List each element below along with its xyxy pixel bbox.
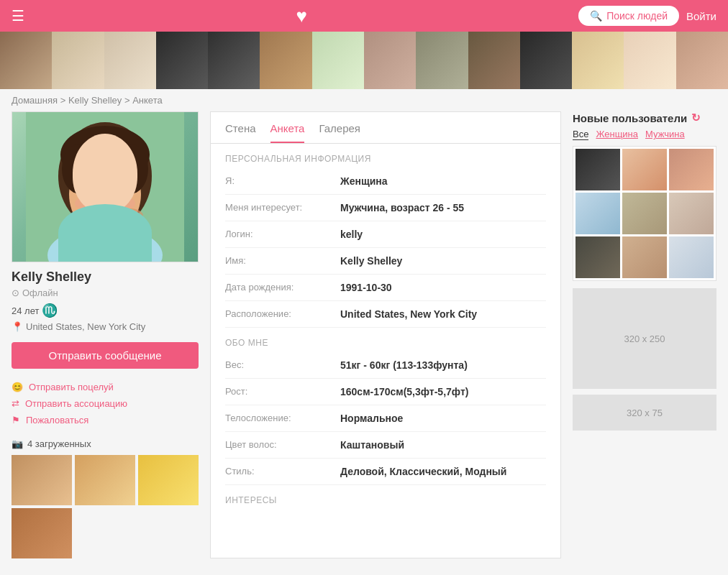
strip-photo-13[interactable] — [624, 32, 675, 89]
info-label: Телосложение: — [225, 413, 340, 423]
info-value: 160см-170см(5,3фт-5,7фт) — [340, 386, 468, 397]
strip-photo-5[interactable] — [208, 32, 260, 89]
status-dot-icon: ⊙ — [12, 288, 19, 298]
strip-photo-8[interactable] — [364, 32, 416, 89]
profile-photo — [12, 111, 199, 262]
personal-info-title: ПЕРСОНАЛЬНАЯ ИНФОРМАЦИЯ — [225, 144, 546, 168]
tab-wall[interactable]: Стена — [225, 122, 256, 143]
zodiac-icon: ♏ — [42, 303, 58, 318]
flag-icon: ⚑ — [12, 415, 20, 426]
info-label: Цвет волос: — [225, 439, 340, 450]
breadcrumb-current: Анкета — [132, 95, 163, 106]
refresh-icon[interactable]: ↻ — [691, 111, 701, 124]
info-label: Я: — [225, 175, 340, 186]
profile-tabs: Стена Анкета Галерея — [211, 112, 560, 144]
info-row: Имя: Kelly Shelley — [225, 248, 546, 275]
profile-info: ПЕРСОНАЛЬНАЯ ИНФОРМАЦИЯ Я: ЖенщинаМеня и… — [211, 144, 560, 524]
new-user-3[interactable] — [669, 149, 714, 190]
info-row: Дата рождения: 1991-10-30 — [225, 275, 546, 301]
strip-photo-4[interactable] — [156, 32, 208, 89]
new-user-9[interactable] — [669, 236, 714, 278]
info-row: Я: Женщина — [225, 168, 546, 195]
breadcrumb: Домашняя > Kelly Shelley > Анкета — [0, 89, 728, 111]
svg-point-14 — [118, 198, 135, 209]
filter-all[interactable]: Все — [573, 129, 588, 140]
info-value: 51кг - 60кг (113-133фунта) — [340, 359, 468, 371]
svg-point-10 — [116, 188, 122, 193]
send-association-link[interactable]: ⇄ Отправить ассоциацию — [12, 395, 199, 412]
strip-photo-2[interactable] — [52, 32, 104, 89]
info-label: Логин: — [225, 229, 340, 239]
info-row: Телосложение: Нормальное — [225, 405, 546, 432]
info-value: Нормальное — [340, 413, 403, 424]
info-value: United States, New York City — [340, 308, 477, 320]
new-user-6[interactable] — [669, 193, 714, 234]
strip-photo-6[interactable] — [260, 32, 311, 89]
info-label: Вес: — [225, 359, 340, 370]
info-value: Мужчина, возраст 26 - 55 — [340, 202, 464, 213]
filter-male[interactable]: Мужчина — [645, 129, 685, 140]
svg-point-11 — [93, 189, 95, 191]
strip-photo-14[interactable] — [676, 32, 728, 89]
strip-photo-3[interactable] — [104, 32, 156, 89]
info-value: Деловой, Классический, Модный — [340, 466, 506, 477]
new-users-grid — [573, 146, 716, 281]
svg-rect-2 — [94, 216, 116, 237]
new-user-4[interactable] — [575, 193, 620, 234]
send-message-button[interactable]: Отправить сообщение — [12, 342, 199, 369]
header: ☰ ♥ 🔍 Поиск людей Войти — [0, 0, 728, 32]
breadcrumb-name[interactable]: Kelly Shelley — [68, 95, 122, 106]
photo-thumb-2[interactable] — [75, 455, 135, 505]
profile-location: 📍 United States, New York City — [12, 321, 199, 332]
photo-thumb-3[interactable] — [138, 455, 199, 505]
svg-point-13 — [75, 198, 92, 209]
info-row: Рост: 160см-170см(5,3фт-5,7фт) — [225, 379, 546, 405]
left-sidebar: Kelly Shelley ⊙ Офлайн 24 лет ♏ 📍 United… — [12, 111, 199, 558]
right-sidebar: Новые пользователи ↻ Все Женщина Мужчина… — [573, 111, 716, 558]
strip-photo-9[interactable] — [416, 32, 468, 89]
svg-point-3 — [69, 152, 141, 236]
main-container: Kelly Shelley ⊙ Офлайн 24 лет ♏ 📍 United… — [0, 111, 728, 570]
new-user-1[interactable] — [575, 149, 620, 190]
svg-point-15 — [117, 208, 143, 223]
profile-status: ⊙ Офлайн — [12, 288, 199, 298]
strip-photo-11[interactable] — [520, 32, 572, 89]
login-button[interactable]: Войти — [686, 10, 716, 22]
strip-photo-1[interactable] — [0, 32, 52, 89]
new-user-8[interactable] — [622, 236, 667, 278]
camera-icon: 📷 — [12, 438, 23, 449]
filter-female[interactable]: Женщина — [596, 129, 638, 140]
photos-count: 📷 4 загруженных — [12, 438, 199, 449]
search-button[interactable]: 🔍 Поиск людей — [578, 6, 679, 26]
strip-photo-7[interactable] — [312, 32, 364, 89]
photo-thumb-4[interactable] — [12, 508, 72, 558]
new-user-7[interactable] — [575, 236, 620, 278]
send-kiss-link[interactable]: 😊 Отправить поцелуй — [12, 379, 199, 395]
svg-point-6 — [112, 144, 148, 194]
svg-point-7 — [86, 187, 98, 194]
tab-gallery[interactable]: Галерея — [319, 122, 360, 143]
profile-age-zodiac: 24 лет ♏ — [12, 303, 199, 318]
info-value: 1991-10-30 — [340, 282, 392, 293]
report-link[interactable]: ⚑ Пожаловаться — [12, 412, 199, 428]
new-user-2[interactable] — [622, 149, 667, 190]
menu-icon[interactable]: ☰ — [12, 7, 24, 24]
info-value: kelly — [340, 229, 363, 240]
strip-photo-12[interactable] — [572, 32, 624, 89]
filter-tabs: Все Женщина Мужчина — [573, 129, 716, 140]
photo-thumb-1[interactable] — [12, 455, 72, 505]
strip-photo-10[interactable] — [468, 32, 520, 89]
svg-point-16 — [47, 226, 163, 262]
svg-rect-0 — [26, 112, 184, 262]
tab-profile[interactable]: Анкета — [270, 122, 305, 143]
info-row: Логин: kelly — [225, 221, 546, 248]
info-label: Имя: — [225, 255, 340, 266]
info-row: Стиль: Деловой, Классический, Модный — [225, 459, 546, 485]
info-label: Дата рождения: — [225, 282, 340, 293]
ad-banner-small: 320 x 75 — [573, 395, 716, 431]
new-user-5[interactable] — [622, 193, 667, 234]
breadcrumb-home[interactable]: Домашняя — [12, 95, 58, 106]
info-value: Kelly Shelley — [340, 255, 402, 267]
new-users-header: Новые пользователи ↻ — [573, 111, 716, 124]
action-links: 😊 Отправить поцелуй ⇄ Отправить ассоциац… — [12, 379, 199, 428]
